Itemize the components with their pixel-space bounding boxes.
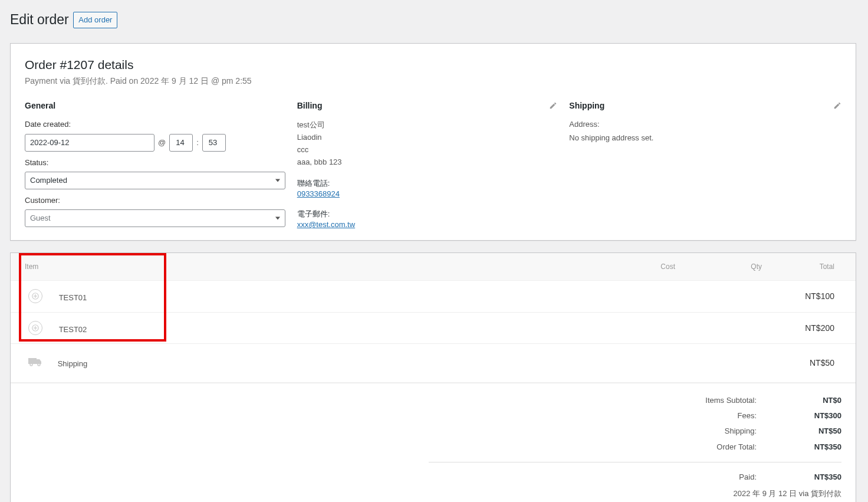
billing-email-label: 電子郵件: bbox=[297, 209, 558, 219]
colon-separator: : bbox=[196, 137, 199, 148]
paid-label: Paid: bbox=[665, 472, 771, 483]
customer-select[interactable]: Guest bbox=[25, 209, 285, 227]
fees-value: NT$300 bbox=[771, 411, 841, 421]
billing-line3: ccc bbox=[297, 144, 558, 156]
order-total-value: NT$350 bbox=[771, 442, 841, 452]
status-label: Status: bbox=[25, 158, 285, 168]
col-total: Total bbox=[820, 263, 834, 271]
placeholder-thumb-icon bbox=[28, 289, 42, 303]
shipping-address-label: Address: bbox=[569, 119, 841, 130]
shipping-heading: Shipping bbox=[569, 100, 604, 111]
billing-phone-label: 聯絡電話: bbox=[297, 178, 558, 189]
pencil-icon[interactable] bbox=[833, 101, 841, 110]
minute-input[interactable] bbox=[202, 134, 226, 152]
billing-line1: test公司 bbox=[297, 119, 558, 132]
billing-line2: Liaodin bbox=[297, 132, 558, 144]
customer-value: Guest bbox=[30, 213, 51, 224]
order-heading: Order #1207 details bbox=[25, 57, 841, 72]
hour-input[interactable] bbox=[169, 134, 193, 152]
add-order-button[interactable]: Add order bbox=[73, 12, 117, 28]
general-heading: General bbox=[25, 100, 285, 111]
col-cost: Cost bbox=[660, 263, 675, 271]
date-input[interactable] bbox=[25, 134, 154, 152]
truck-icon bbox=[28, 357, 41, 366]
item-name[interactable]: TEST02 bbox=[59, 325, 87, 334]
items-subtotal-label: Items Subtotal: bbox=[665, 395, 771, 406]
svg-rect-6 bbox=[28, 358, 37, 364]
shipping-row: Shipping NT$50 bbox=[11, 343, 856, 382]
shipping-total-label: Shipping: bbox=[665, 426, 771, 437]
line-item-row: TEST01 NT$100 bbox=[11, 281, 856, 312]
placeholder-thumb-icon bbox=[28, 321, 42, 335]
svg-point-7 bbox=[30, 363, 32, 366]
col-qty: Qty bbox=[751, 263, 762, 271]
page-title: Edit order bbox=[1, 6, 69, 31]
paid-value: NT$350 bbox=[771, 472, 841, 483]
shipping-name[interactable]: Shipping bbox=[58, 359, 88, 368]
items-subtotal-value: NT$0 bbox=[771, 395, 841, 406]
status-value: Completed bbox=[30, 175, 67, 186]
paid-date: 2022 年 9 月 12 日 via 貨到付款 bbox=[429, 488, 841, 499]
item-name[interactable]: TEST01 bbox=[59, 293, 87, 302]
line-item-row: TEST02 NT$200 bbox=[11, 312, 856, 343]
customer-label: Customer: bbox=[25, 195, 285, 206]
item-total: NT$200 bbox=[769, 312, 856, 343]
billing-phone-link[interactable]: 0933368924 bbox=[297, 189, 340, 198]
status-select[interactable]: Completed bbox=[25, 172, 285, 189]
order-total-label: Order Total: bbox=[665, 442, 771, 452]
fees-label: Fees: bbox=[665, 411, 771, 421]
billing-heading: Billing bbox=[297, 100, 323, 111]
date-created-label: Date created: bbox=[25, 119, 285, 130]
billing-line4: aaa, bbb 123 bbox=[297, 156, 558, 169]
shipping-no-address: No shipping address set. bbox=[569, 133, 653, 142]
item-total: NT$100 bbox=[769, 281, 856, 312]
col-item: Item bbox=[25, 263, 38, 271]
shipping-total-value: NT$50 bbox=[771, 426, 841, 437]
order-subtext: Payment via 貨到付款. Paid on 2022 年 9 月 12 … bbox=[25, 76, 841, 86]
shipping-total: NT$50 bbox=[769, 343, 856, 382]
billing-email-link[interactable]: xxx@test.com.tw bbox=[297, 220, 355, 229]
at-separator: @ bbox=[158, 137, 166, 148]
svg-point-8 bbox=[38, 363, 40, 366]
pencil-icon[interactable] bbox=[549, 101, 557, 110]
